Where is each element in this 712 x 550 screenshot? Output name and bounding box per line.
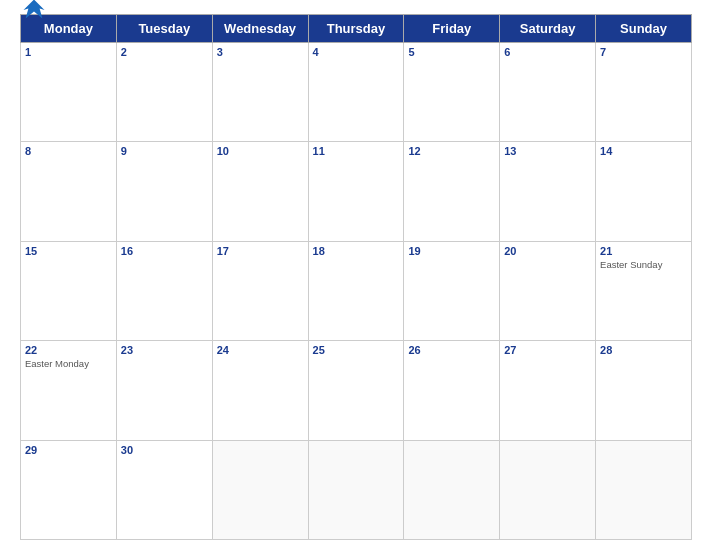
day-number: 17 (217, 245, 304, 257)
calendar-table: MondayTuesdayWednesdayThursdayFridaySatu… (20, 14, 692, 540)
calendar-cell: 4 (308, 43, 404, 142)
day-number: 9 (121, 145, 208, 157)
col-header-tuesday: Tuesday (116, 15, 212, 43)
calendar-cell: 5 (404, 43, 500, 142)
calendar-week-5: 2930 (21, 440, 692, 539)
col-header-sunday: Sunday (596, 15, 692, 43)
calendar-cell: 23 (116, 341, 212, 440)
calendar-cell (500, 440, 596, 539)
calendar-cell: 30 (116, 440, 212, 539)
day-number: 16 (121, 245, 208, 257)
calendar-cell: 24 (212, 341, 308, 440)
day-number: 13 (504, 145, 591, 157)
calendar-cell (404, 440, 500, 539)
day-number: 8 (25, 145, 112, 157)
col-header-saturday: Saturday (500, 15, 596, 43)
col-header-wednesday: Wednesday (212, 15, 308, 43)
calendar-cell: 14 (596, 142, 692, 241)
calendar-week-2: 891011121314 (21, 142, 692, 241)
calendar-cell: 17 (212, 241, 308, 340)
calendar-cell: 22Easter Monday (21, 341, 117, 440)
calendar-cell: 3 (212, 43, 308, 142)
day-number: 14 (600, 145, 687, 157)
calendar-header-row: MondayTuesdayWednesdayThursdayFridaySatu… (21, 15, 692, 43)
day-number: 7 (600, 46, 687, 58)
logo-icon (20, 0, 48, 24)
calendar-cell: 18 (308, 241, 404, 340)
day-number: 15 (25, 245, 112, 257)
day-number: 5 (408, 46, 495, 58)
day-number: 4 (313, 46, 400, 58)
day-number: 27 (504, 344, 591, 356)
day-number: 24 (217, 344, 304, 356)
calendar-week-3: 15161718192021Easter Sunday (21, 241, 692, 340)
day-number: 20 (504, 245, 591, 257)
calendar-cell (212, 440, 308, 539)
calendar-cell: 10 (212, 142, 308, 241)
day-number: 3 (217, 46, 304, 58)
calendar-week-4: 22Easter Monday232425262728 (21, 341, 692, 440)
logo (20, 0, 52, 24)
day-number: 29 (25, 444, 112, 456)
calendar-cell (308, 440, 404, 539)
calendar-cell: 21Easter Sunday (596, 241, 692, 340)
day-number: 26 (408, 344, 495, 356)
calendar-week-1: 1234567 (21, 43, 692, 142)
day-number: 18 (313, 245, 400, 257)
calendar-cell: 6 (500, 43, 596, 142)
svg-marker-0 (24, 0, 45, 18)
day-number: 22 (25, 344, 112, 356)
calendar-cell: 27 (500, 341, 596, 440)
calendar-cell: 25 (308, 341, 404, 440)
calendar-cell: 26 (404, 341, 500, 440)
calendar-cell: 1 (21, 43, 117, 142)
day-number: 28 (600, 344, 687, 356)
calendar-cell: 29 (21, 440, 117, 539)
calendar-cell: 11 (308, 142, 404, 241)
calendar-cell: 15 (21, 241, 117, 340)
day-number: 10 (217, 145, 304, 157)
day-number: 6 (504, 46, 591, 58)
holiday-label: Easter Sunday (600, 259, 687, 270)
col-header-thursday: Thursday (308, 15, 404, 43)
calendar-cell: 19 (404, 241, 500, 340)
calendar-cell: 16 (116, 241, 212, 340)
day-number: 21 (600, 245, 687, 257)
day-number: 19 (408, 245, 495, 257)
calendar-cell (596, 440, 692, 539)
calendar-cell: 12 (404, 142, 500, 241)
calendar-cell: 8 (21, 142, 117, 241)
day-number: 30 (121, 444, 208, 456)
calendar-cell: 20 (500, 241, 596, 340)
calendar-cell: 13 (500, 142, 596, 241)
calendar-cell: 9 (116, 142, 212, 241)
holiday-label: Easter Monday (25, 358, 112, 369)
calendar-cell: 28 (596, 341, 692, 440)
day-number: 2 (121, 46, 208, 58)
calendar-cell: 2 (116, 43, 212, 142)
day-number: 23 (121, 344, 208, 356)
col-header-friday: Friday (404, 15, 500, 43)
day-number: 12 (408, 145, 495, 157)
day-number: 11 (313, 145, 400, 157)
day-number: 1 (25, 46, 112, 58)
day-number: 25 (313, 344, 400, 356)
calendar-cell: 7 (596, 43, 692, 142)
